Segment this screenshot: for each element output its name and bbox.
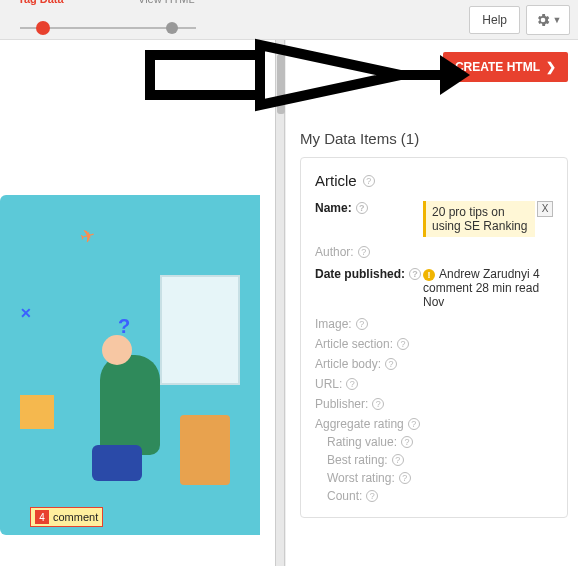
gear-icon	[535, 12, 551, 28]
date-published-label: Date published:	[315, 267, 405, 281]
data-panel: CREATE HTML ❯ My Data Items (1) Article …	[285, 40, 578, 566]
author-label: Author:	[315, 245, 354, 259]
article-heading: Article	[315, 172, 357, 189]
step-view-html-label: View HTML	[138, 0, 195, 5]
date-published-value: Andrew Zarudnyi 4 comment 28 min read No…	[423, 267, 540, 309]
panel-title: My Data Items (1)	[300, 82, 568, 147]
help-icon[interactable]: ?	[366, 490, 378, 502]
help-icon[interactable]: ?	[399, 472, 411, 484]
help-icon[interactable]: ?	[409, 268, 421, 280]
help-button[interactable]: Help	[469, 6, 520, 34]
preview-pane: ✈ ✕ ? 4 comment	[0, 40, 275, 566]
count-label: Count:	[327, 489, 362, 503]
help-icon[interactable]: ?	[408, 418, 420, 430]
highlight-tag[interactable]: 4 comment	[30, 507, 103, 527]
rating-value-label: Rating value:	[327, 435, 397, 449]
worst-rating-label: Worst rating:	[327, 471, 395, 485]
name-value-box[interactable]: 20 pro tips on using SE Ranking X	[423, 201, 535, 237]
step-dot-inactive[interactable]	[166, 22, 178, 34]
help-icon[interactable]: ?	[346, 378, 358, 390]
help-icon[interactable]: ?	[363, 175, 375, 187]
create-html-label: CREATE HTML	[455, 60, 540, 74]
publisher-label: Publisher:	[315, 397, 368, 411]
best-rating-label: Best rating:	[327, 453, 388, 467]
chevron-right-icon: ❯	[546, 60, 556, 74]
article-section-label: Article section:	[315, 337, 393, 351]
clear-name-button[interactable]: X	[537, 201, 553, 217]
caret-down-icon: ▼	[553, 15, 562, 25]
aggregate-rating-label: Aggregate rating	[315, 417, 404, 431]
url-label: URL:	[315, 377, 342, 391]
article-body-label: Article body:	[315, 357, 381, 371]
help-icon[interactable]: ?	[356, 318, 368, 330]
scroll-thumb[interactable]	[277, 54, 285, 114]
help-icon[interactable]: ?	[385, 358, 397, 370]
highlight-tag-number: 4	[35, 510, 49, 524]
help-icon[interactable]: ?	[356, 202, 368, 214]
help-icon[interactable]: ?	[372, 398, 384, 410]
help-icon[interactable]: ?	[397, 338, 409, 350]
help-icon[interactable]: ?	[392, 454, 404, 466]
warning-icon: !	[423, 269, 435, 281]
name-label: Name:	[315, 201, 352, 215]
preview-scrollbar[interactable]	[275, 40, 285, 566]
help-icon[interactable]: ?	[401, 436, 413, 448]
settings-button[interactable]: ▼	[526, 5, 570, 35]
progress-stepper: Tag Data View HTML	[20, 11, 196, 29]
create-html-button[interactable]: CREATE HTML ❯	[443, 52, 568, 82]
step-tag-data-label: Tag Data	[18, 0, 64, 5]
help-icon[interactable]: ?	[358, 246, 370, 258]
article-illustration: ✈ ✕ ? 4 comment	[0, 195, 260, 535]
highlight-tag-text: comment	[53, 511, 98, 523]
image-label: Image:	[315, 317, 352, 331]
name-value: 20 pro tips on using SE Ranking	[432, 205, 527, 233]
article-card: Article ? Name: ? 20 pro tips on using S…	[300, 157, 568, 518]
step-dot-active[interactable]	[36, 21, 50, 35]
